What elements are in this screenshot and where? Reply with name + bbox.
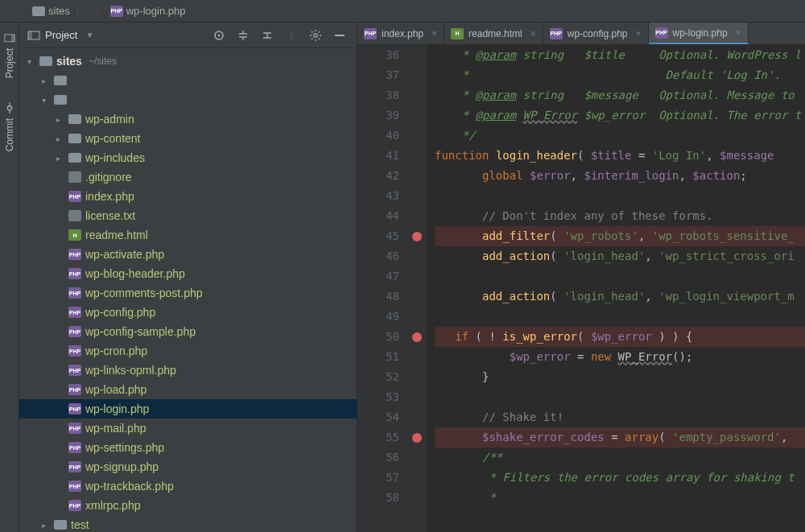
chevron-down-icon[interactable]: ▼ [85,31,93,39]
svg-point-8 [218,34,221,36]
tree-row[interactable]: PHPwp-login.php [19,399,357,419]
breadcrumb-root-label: sites [48,5,70,17]
tree-label: wp-settings.php [85,441,164,454]
php-icon: PHP [364,28,377,39]
tree-row[interactable]: ▾sites~/sites [19,52,357,71]
chevron-icon[interactable]: ▾ [27,57,37,66]
tree-row[interactable]: .gitignore [19,167,357,187]
tool-tab-commit[interactable]: Commit [2,97,17,156]
tree-row[interactable]: Hreadme.html [19,225,357,245]
code-editor[interactable]: 3637383940414243444546474849505152535455… [357,45,805,532]
close-icon[interactable]: × [530,28,536,39]
tool-sidestrip: Project Commit [0,23,19,532]
tree-row[interactable]: ▸wp-content [19,129,357,148]
chevron-icon[interactable]: ▸ [56,134,66,143]
settings-button[interactable] [307,27,324,44]
editor-panel: PHPindex.php×Hreadme.html×PHPwp-config.p… [357,23,805,532]
file-icon: PHP [68,191,82,202]
html-icon: H [451,28,464,39]
project-tree[interactable]: ▾sites~/sites▸▾▸wp-admin▸wp-content▸wp-i… [19,48,357,532]
file-icon [68,134,82,143]
close-icon[interactable]: × [431,28,437,39]
project-panel-label: Project [45,29,77,41]
tree-label: wp-cron.php [85,344,147,357]
tree-row[interactable]: ▸ [19,71,357,90]
file-icon: PHP [68,345,82,357]
php-icon: PHP [550,28,563,39]
editor-tabs: PHPindex.php×Hreadme.html×PHPwp-config.p… [357,23,805,45]
file-icon [68,153,82,163]
editor-tab[interactable]: Hreadme.html× [444,23,543,44]
tree-row[interactable]: PHPwp-blog-header.php [19,264,357,283]
tree-label: wp-config-sample.php [85,325,196,338]
tree-row[interactable]: PHPwp-load.php [19,380,357,399]
file-icon: PHP [68,287,82,299]
chevron-icon[interactable]: ▸ [56,154,66,163]
chevron-icon[interactable]: ▸ [42,76,52,85]
chevron-icon[interactable]: ▸ [42,521,52,530]
file-icon: PHP [68,423,82,434]
tree-label: wp-admin [85,113,134,126]
project-icon [27,29,40,42]
tree-row[interactable]: PHPwp-settings.php [19,438,357,457]
file-icon [39,56,53,66]
collapse-all-button[interactable] [258,27,276,44]
tree-label: license.txt [85,209,135,222]
tree-label: wp-includes [85,151,145,164]
breakpoint-gutter[interactable] [407,45,427,532]
tree-row[interactable]: PHPwp-activate.php [19,245,357,264]
hide-panel-button[interactable] [331,27,349,44]
tree-label: xmlrpc.php [85,499,140,512]
tree-row[interactable]: ▸wp-admin [19,109,357,129]
breadcrumb-root[interactable]: sites [27,5,75,17]
svg-point-9 [314,33,317,36]
tree-row[interactable]: PHPwp-config-sample.php [19,322,357,341]
breadcrumb-file[interactable]: PHP wp-login.php [105,5,191,17]
editor-tab[interactable]: PHPindex.php× [357,23,444,44]
breakpoint-icon[interactable] [412,433,422,443]
tree-row[interactable]: ▸wp-includes [19,148,357,167]
line-gutter[interactable]: 3637383940414243444546474849505152535455… [357,45,407,532]
tree-label: wp-config.php [85,306,155,319]
tree-row[interactable]: PHPindex.php [19,187,357,206]
tree-row[interactable]: ▾ [19,90,357,109]
file-icon [53,76,68,85]
select-opened-file-button[interactable] [210,27,228,44]
file-icon: PHP [68,249,82,260]
commit-icon [4,102,15,113]
tree-row[interactable]: license.txt [19,206,357,225]
tree-row[interactable]: PHPwp-mail.php [19,419,357,438]
tab-label: wp-login.php [673,27,728,39]
chevron-icon[interactable]: ▸ [56,115,66,124]
chevron-icon[interactable]: ▾ [42,96,52,105]
code-lines[interactable]: * @param string $title Optional. WordPre… [427,45,805,532]
tree-row[interactable]: PHPwp-links-opml.php [19,361,357,380]
file-icon: PHP [68,461,82,472]
close-icon[interactable]: × [636,28,642,39]
tab-label: readme.html [469,28,522,39]
tab-label: wp-config.php [568,28,628,39]
tree-label: wp-trackback.php [85,480,174,493]
tool-tab-project[interactable]: Project [2,27,17,83]
tool-tab-commit-label: Commit [4,118,15,151]
divider-icon: | [283,27,300,44]
close-icon[interactable]: × [736,27,741,39]
breakpoint-icon[interactable] [412,332,422,342]
tree-row[interactable]: PHPwp-config.php [19,303,357,322]
file-icon [68,171,82,183]
tool-tab-project-label: Project [4,48,15,78]
editor-tab[interactable]: PHPwp-config.php× [543,23,649,44]
tree-row[interactable]: PHPwp-comments-post.php [19,283,357,303]
expand-all-button[interactable] [234,27,252,44]
folder-icon [32,6,45,16]
tree-row[interactable]: ▸test [19,515,357,532]
svg-rect-1 [10,35,14,42]
tree-row[interactable]: PHPxmlrpc.php [19,496,357,515]
editor-tab[interactable]: PHPwp-login.php× [649,23,749,44]
breakpoint-icon[interactable] [412,232,422,241]
tree-row[interactable]: PHPwp-cron.php [19,341,357,361]
chevron-right-icon: 〉 [75,4,85,19]
tree-row[interactable]: PHPwp-trackback.php [19,476,357,496]
tree-label: test [71,518,89,531]
tree-row[interactable]: PHPwp-signup.php [19,457,357,476]
